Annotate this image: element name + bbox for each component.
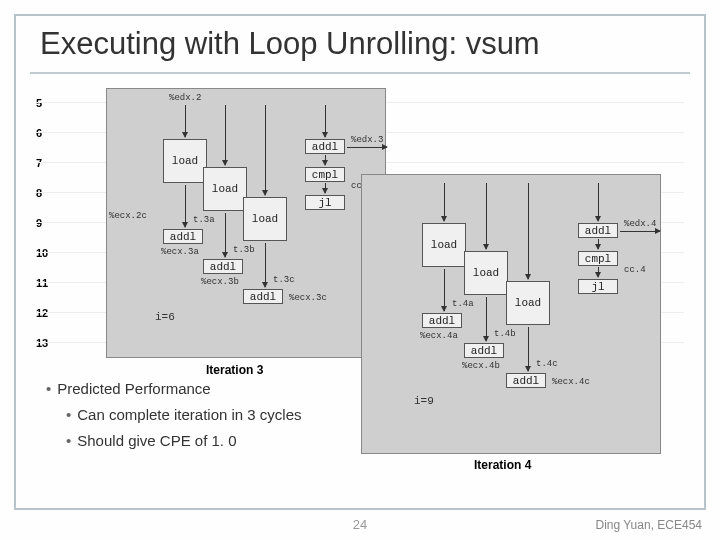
box-cmpl: cmpl (578, 251, 618, 266)
iteration-4-block: load load load addl %edx.4 cmpl cc.4 jl … (361, 174, 661, 454)
box-addl: addl (578, 223, 618, 238)
page-title: Executing with Loop Unrolling: vsum (40, 26, 540, 62)
cycle-12: 12 (36, 298, 96, 328)
box-addl: addl (163, 229, 203, 244)
arrow (225, 213, 226, 257)
arrow (444, 269, 445, 311)
label-ecx4b: %ecx.4b (462, 361, 500, 371)
page-number: 24 (353, 517, 367, 532)
cycle-13: 13 (36, 328, 96, 358)
box-jl: jl (305, 195, 345, 210)
box-addl: addl (305, 139, 345, 154)
cycle-7: 7 (36, 148, 96, 178)
label-i9: i=9 (414, 395, 434, 407)
cycle-9: 9 (36, 208, 96, 238)
bullet-1: •Predicted Performance (46, 378, 366, 400)
bullet-2: •Can complete iteration in 3 cycles (66, 404, 366, 426)
arrow (185, 105, 186, 137)
footer-author: Ding Yuan, ECE454 (595, 518, 702, 532)
arrow (185, 185, 186, 227)
arrow (325, 183, 326, 193)
arrow (528, 183, 529, 279)
box-cmpl: cmpl (305, 167, 345, 182)
box-addl: addl (422, 313, 462, 328)
label-t4a: t.4a (452, 299, 474, 309)
bullet-2-text: Can complete iteration in 3 cycles (77, 406, 301, 423)
arrow (265, 243, 266, 287)
label-ecx4c: %ecx.4c (552, 377, 590, 387)
label-t3b: t.3b (233, 245, 255, 255)
label-ecx3a: %ecx.3a (161, 247, 199, 257)
label-ecx2c: %ecx.2c (109, 211, 147, 221)
box-addl: addl (203, 259, 243, 274)
arrow (265, 105, 266, 195)
label-ecx4a: %ecx.4a (420, 331, 458, 341)
arrow (598, 267, 599, 277)
arrow (620, 231, 660, 232)
cycle-6: 6 (36, 118, 96, 148)
label-t4c: t.4c (536, 359, 558, 369)
box-load: load (163, 139, 207, 183)
arrow (444, 183, 445, 221)
iteration-3-block: %edx.2 load load load addl %edx.3 cmpl c… (106, 88, 386, 358)
iter3-caption: Iteration 3 (206, 363, 263, 377)
box-jl: jl (578, 279, 618, 294)
arrow (225, 105, 226, 165)
arrow (347, 147, 387, 148)
label-t4b: t.4b (494, 329, 516, 339)
label-t3c: t.3c (273, 275, 295, 285)
arrow (325, 105, 326, 137)
arrow (528, 327, 529, 371)
arrow (486, 183, 487, 249)
arrow (598, 239, 599, 249)
cycle-11: 11 (36, 268, 96, 298)
box-load: load (506, 281, 550, 325)
label-edx4: %edx.4 (624, 219, 656, 229)
box-addl: addl (506, 373, 546, 388)
label-ecx3b: %ecx.3b (201, 277, 239, 287)
box-addl: addl (464, 343, 504, 358)
diagram: 5 6 7 8 9 10 11 12 13 %edx.2 load load l… (36, 88, 684, 388)
bullet-1-text: Predicted Performance (57, 380, 210, 397)
label-ecx3c: %ecx.3c (289, 293, 327, 303)
arrow (486, 297, 487, 341)
bullet-3-text: Should give CPE of 1. 0 (77, 432, 236, 449)
label-t3a: t.3a (193, 215, 215, 225)
box-load: load (464, 251, 508, 295)
arrow (598, 183, 599, 221)
arrow (325, 155, 326, 165)
bullet-list: •Predicted Performance •Can complete ite… (46, 378, 366, 455)
title-underline (30, 72, 690, 74)
cycle-8: 8 (36, 178, 96, 208)
label-cc4: cc.4 (624, 265, 646, 275)
bullet-3: •Should give CPE of 1. 0 (66, 430, 366, 452)
cycle-numbers: 5 6 7 8 9 10 11 12 13 (36, 88, 96, 358)
cycle-5: 5 (36, 88, 96, 118)
box-addl: addl (243, 289, 283, 304)
label-i6: i=6 (155, 311, 175, 323)
cycle-10: 10 (36, 238, 96, 268)
iter4-caption: Iteration 4 (474, 458, 531, 472)
box-load: load (243, 197, 287, 241)
label-edx3: %edx.3 (351, 135, 383, 145)
label-edx2: %edx.2 (169, 93, 201, 103)
box-load: load (422, 223, 466, 267)
box-load: load (203, 167, 247, 211)
